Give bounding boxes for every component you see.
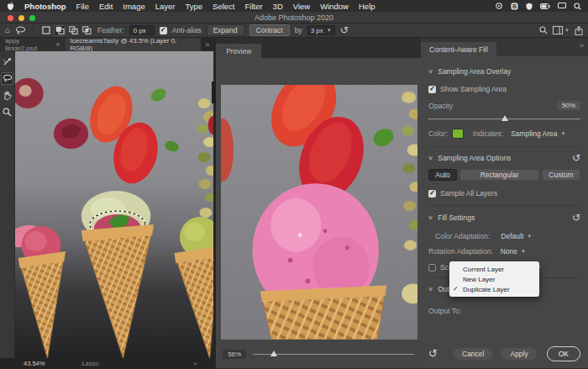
intersect-selection-icon[interactable]	[81, 25, 92, 36]
caf-panel-title: Content-Aware Fill	[421, 42, 496, 56]
sampling-mode-custom-button[interactable]: Custom	[542, 169, 580, 181]
sample-all-layers-label: Sample All Layers	[440, 189, 497, 198]
caf-toolbar	[0, 51, 15, 358]
menu-item-photoshop[interactable]: Photoshop	[24, 2, 66, 11]
chevron-down-icon: ∨	[428, 286, 433, 293]
menu-item-duplicate-layer[interactable]: ✓ Duplicate Layer	[449, 284, 539, 294]
menu-item-edit[interactable]: Edit	[99, 2, 113, 11]
new-selection-icon[interactable]	[40, 25, 52, 36]
status-icon-app-b[interactable]: B	[511, 3, 518, 10]
apply-button[interactable]: Apply	[501, 347, 537, 361]
menu-item-layer[interactable]: Layer	[155, 2, 176, 11]
status-icon-spotlight[interactable]	[574, 3, 581, 10]
close-tab-icon[interactable]: ×	[55, 40, 60, 49]
output-to-popup-menu: Current Layer New Layer ✓ Duplicate Laye…	[449, 261, 539, 297]
status-icon-display[interactable]	[558, 3, 566, 9]
preview-tab[interactable]: Preview	[216, 44, 261, 58]
chevron-down-icon: ∨	[428, 68, 433, 75]
feather-label: Feather:	[97, 26, 124, 34]
workspace: appy Bride2.psd × IcecreamIsTasty @ 43.5…	[0, 38, 588, 368]
menu-item-select[interactable]: Select	[213, 2, 234, 11]
reset-all-settings-icon[interactable]: ↺	[428, 350, 438, 358]
opacity-slider-thumb[interactable]	[501, 115, 508, 121]
preview-zoom-slider[interactable]	[253, 350, 414, 358]
apple-menu-icon[interactable]	[7, 2, 14, 11]
preview-panel: Preview	[216, 38, 421, 368]
color-adaptation-dropdown[interactable]: Default▼	[501, 232, 532, 240]
sampling-area-overlay-header[interactable]: ∨ Sampling Area Overlay	[428, 67, 580, 76]
search-icon[interactable]	[539, 26, 548, 34]
chevron-down-icon: ∨	[428, 214, 433, 221]
document-tab-active[interactable]: IcecreamIsTasty @ 43.5% (Layer 0, RGB/8)	[66, 38, 202, 51]
lasso-tool[interactable]	[1, 72, 13, 85]
opacity-slider[interactable]	[428, 114, 580, 123]
menu-item-new-layer[interactable]: New Layer	[449, 274, 539, 284]
chevron-down-icon: ∨	[428, 155, 433, 161]
indicates-dropdown[interactable]: Sampling Area▼	[511, 129, 565, 138]
window-title-bar: Adobe Photoshop 2020	[0, 12, 588, 24]
fill-settings-header[interactable]: ∨ Fill Settings ↺	[428, 213, 580, 222]
window-title: Adobe Photoshop 2020	[255, 13, 333, 22]
tab-overflow-icon[interactable]: »	[201, 38, 213, 51]
sampling-area-options-header[interactable]: ∨ Sampling Area Options ↺	[428, 154, 580, 162]
document-tab-inactive[interactable]: appy Bride2.psd ×	[0, 38, 66, 51]
color-label: Color:	[428, 129, 448, 138]
scale-checkbox[interactable]	[428, 264, 436, 271]
menu-item-help[interactable]: Help	[359, 2, 375, 11]
lasso-tool-preset-icon[interactable]	[15, 26, 26, 35]
menu-item-view[interactable]: View	[293, 2, 310, 11]
reset-fill-settings-icon[interactable]: ↺	[572, 213, 580, 222]
workspace-switcher-icon[interactable]: ▼	[553, 26, 570, 34]
document-status-bar: 43.54% Lasso >	[0, 358, 213, 368]
minimize-window-button[interactable]	[18, 15, 24, 21]
status-icon-shield[interactable]	[526, 3, 533, 10]
menu-item-file[interactable]: File	[76, 2, 89, 11]
ok-button[interactable]: OK	[547, 346, 580, 361]
menu-item-type[interactable]: Type	[185, 2, 202, 11]
reset-sampling-options-icon[interactable]: ↺	[572, 154, 580, 162]
feather-input[interactable]: 0 px	[129, 25, 155, 35]
status-chevron-icon[interactable]: >	[193, 360, 197, 367]
zoom-tool[interactable]	[1, 106, 13, 119]
sampling-mode-auto-button[interactable]: Auto	[428, 169, 457, 181]
share-icon[interactable]	[575, 26, 583, 35]
preview-zoom-value[interactable]: 56%	[223, 350, 246, 359]
subtract-from-selection-icon[interactable]	[67, 25, 79, 36]
status-icon-battery[interactable]	[540, 3, 550, 9]
anti-alias-checkbox[interactable]: ✓	[160, 27, 167, 34]
home-icon[interactable]: ⌂	[5, 26, 10, 34]
menu-item-image[interactable]: Image	[123, 2, 144, 11]
add-to-selection-icon[interactable]	[54, 25, 66, 36]
close-window-button[interactable]	[8, 15, 13, 21]
menu-item-filter[interactable]: Filter	[244, 2, 262, 11]
canvas[interactable]	[15, 51, 213, 358]
status-icon-camera[interactable]	[495, 3, 503, 9]
menu-item-window[interactable]: Window	[320, 2, 349, 11]
tool-options-bar: ⌂ Feather: 0 px ✓ Anti-alias Expand Cont…	[0, 24, 588, 38]
show-sampling-area-checkbox[interactable]: ✓	[428, 86, 436, 93]
cancel-button[interactable]: Cancel	[453, 347, 493, 361]
rotation-adaptation-dropdown[interactable]: None▼	[501, 247, 526, 256]
sampling-mode-rectangular-button[interactable]: Rectangular	[459, 169, 539, 181]
opacity-value-field[interactable]: 50%	[557, 101, 580, 110]
contract-amount-dropdown[interactable]: 3 px▼	[307, 25, 335, 35]
expand-button[interactable]: Expand	[207, 24, 244, 36]
canvas-image[interactable]	[15, 51, 213, 358]
zoom-window-button[interactable]	[29, 15, 35, 21]
preview-zoom-slider-thumb[interactable]	[270, 351, 277, 356]
sampling-brush-tool[interactable]	[1, 55, 13, 68]
menu-item-3d[interactable]: 3D	[273, 2, 283, 11]
reset-options-icon[interactable]: ↺	[340, 26, 349, 34]
zoom-level-field[interactable]: 43.54%	[24, 360, 45, 367]
anti-alias-label: Anti-alias	[172, 26, 202, 34]
contract-button[interactable]: Contract	[249, 24, 290, 36]
sample-all-layers-checkbox[interactable]: ✓	[428, 190, 436, 198]
opacity-label: Opacity	[428, 102, 453, 110]
overlay-color-swatch[interactable]	[452, 129, 464, 139]
caf-panel-menu-icon[interactable]: »	[580, 41, 584, 50]
preview-zoom-row: 56%	[216, 340, 421, 368]
menu-item-current-layer[interactable]: Current Layer	[449, 264, 539, 274]
caf-tab-strip: Content-Aware Fill »	[421, 38, 588, 56]
hand-tool[interactable]	[1, 89, 13, 102]
preview-image[interactable]	[221, 85, 417, 340]
